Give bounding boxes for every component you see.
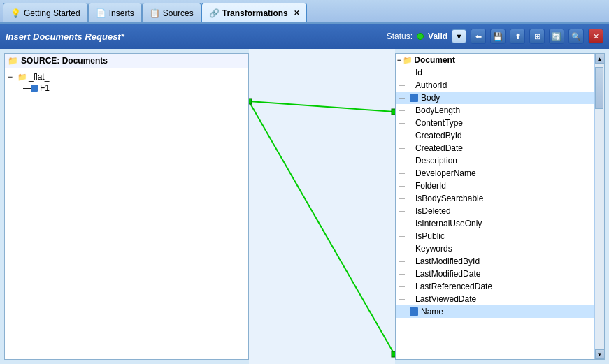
right-panel-inner: − 📁 Document —Id—AuthorId—Body—BodyLengt… <box>396 54 594 359</box>
flat-label: _flat_ <box>29 72 49 82</box>
rp-item-createddate[interactable]: —CreatedDate <box>396 142 594 154</box>
expand-flat-icon: − <box>8 72 16 82</box>
folder-flat-icon: 📁 <box>17 73 27 82</box>
rp-item-description[interactable]: —Description <box>396 154 594 167</box>
scroll-track <box>595 64 604 349</box>
rp-root-document[interactable]: − 📁 Document <box>396 54 594 66</box>
scroll-thumb[interactable] <box>595 67 603 109</box>
scroll-down-button[interactable]: ▼ <box>595 349 605 359</box>
tree-item-flat[interactable]: − 📁 _flat_ <box>8 71 245 82</box>
navigate-back-button[interactable]: ⬅ <box>471 29 486 44</box>
grid-button[interactable]: ⊞ <box>529 29 545 44</box>
tab-transformations[interactable]: 🔗 Transformations ✕ <box>201 3 307 22</box>
rp-item-ispublic[interactable]: —IsPublic <box>396 230 594 242</box>
source-tree: − 📁 _flat_ — F1 <box>5 68 248 96</box>
vertical-scrollbar[interactable]: ▲ ▼ <box>594 54 604 359</box>
zoom-button[interactable]: 🔍 <box>568 29 584 44</box>
status-dropdown[interactable]: ▼ <box>452 29 466 43</box>
rp-item-isbodysearchable[interactable]: —IsBodySearchable <box>396 192 594 205</box>
connector-f1: — <box>23 83 29 93</box>
field-icon-name <box>410 307 418 316</box>
svg-line-1 <box>249 101 394 354</box>
rp-item-keywords[interactable]: —Keywords <box>396 242 594 255</box>
inserts-icon: 📄 <box>96 8 106 18</box>
rp-items-list: —Id—AuthorId—Body—BodyLength—ContentType… <box>396 66 594 318</box>
source-folder-icon: 📁 <box>8 56 18 66</box>
svg-rect-2 <box>249 99 252 104</box>
doc-folder-icon: 📁 <box>403 56 413 65</box>
source-label: SOURCE: Documents <box>21 56 108 66</box>
middle-connector-area <box>249 49 395 364</box>
rp-item-body[interactable]: —Body <box>396 92 594 104</box>
rp-item-lastreferenceddate[interactable]: —LastReferencedDate <box>396 280 594 293</box>
source-header: 📁 SOURCE: Documents <box>5 54 248 68</box>
rp-item-lastvieweddate[interactable]: —LastViewedDate <box>396 293 594 305</box>
toolbar: Insert Documents Request* Status: Valid … <box>0 24 609 49</box>
toolbar-title: Insert Documents Request* <box>6 31 382 42</box>
connector-svg <box>249 49 395 364</box>
f1-label: F1 <box>40 83 50 93</box>
rp-item-authorid[interactable]: —AuthorId <box>396 79 594 92</box>
close-button[interactable]: ✕ <box>588 29 603 44</box>
rp-item-contenttype[interactable]: —ContentType <box>396 117 594 129</box>
rp-item-lastmodifiedbyid[interactable]: —LastModifiedById <box>396 255 594 268</box>
rp-item-bodylength[interactable]: —BodyLength <box>396 104 594 117</box>
upload-button[interactable]: ⬆ <box>510 29 525 44</box>
toolbar-status: Status: Valid ▼ <box>387 29 466 43</box>
rp-item-lastmodifieddate[interactable]: —LastModifiedDate <box>396 268 594 280</box>
tab-getting-started[interactable]: 💡 Getting Started <box>3 3 88 22</box>
tab-inserts[interactable]: 📄 Inserts <box>88 3 142 22</box>
tab-close-icon[interactable]: ✕ <box>294 9 299 17</box>
getting-started-icon: 💡 <box>10 8 21 18</box>
svg-line-0 <box>249 101 394 112</box>
main-area: 📁 SOURCE: Documents − 📁 _flat_ — F1 <box>0 49 609 364</box>
right-panel: − 📁 Document —Id—AuthorId—Body—BodyLengt… <box>395 53 605 360</box>
transformations-icon: 🔗 <box>209 8 220 18</box>
rp-item-folderid[interactable]: —FolderId <box>396 180 594 192</box>
status-value: Valid <box>428 31 447 41</box>
save-button[interactable]: 💾 <box>490 29 506 44</box>
rp-item-isinternaluseonly[interactable]: —IsInternalUseOnly <box>396 217 594 230</box>
tab-sources[interactable]: 📋 Sources <box>142 3 201 22</box>
sources-icon: 📋 <box>150 8 160 18</box>
tree-item-f1[interactable]: — F1 <box>8 82 245 94</box>
status-indicator <box>417 33 424 40</box>
collapse-doc-icon: − <box>397 57 401 64</box>
rp-item-developername[interactable]: —DeveloperName <box>396 167 594 180</box>
doc-root-label: Document <box>414 55 455 65</box>
rp-item-id[interactable]: —Id <box>396 66 594 79</box>
rp-item-name[interactable]: —Name <box>396 305 594 318</box>
tab-bar: 💡 Getting Started 📄 Inserts 📋 Sources 🔗 … <box>0 0 609 24</box>
status-label: Status: <box>387 31 413 41</box>
field-f1-icon <box>31 85 38 92</box>
rp-item-isdeleted[interactable]: —IsDeleted <box>396 205 594 217</box>
field-icon-body <box>410 94 418 102</box>
scroll-up-button[interactable]: ▲ <box>595 54 605 64</box>
left-panel: 📁 SOURCE: Documents − 📁 _flat_ — F1 <box>4 53 249 360</box>
refresh-button[interactable]: 🔄 <box>549 29 564 44</box>
rp-item-createdbyid[interactable]: —CreatedById <box>396 129 594 142</box>
